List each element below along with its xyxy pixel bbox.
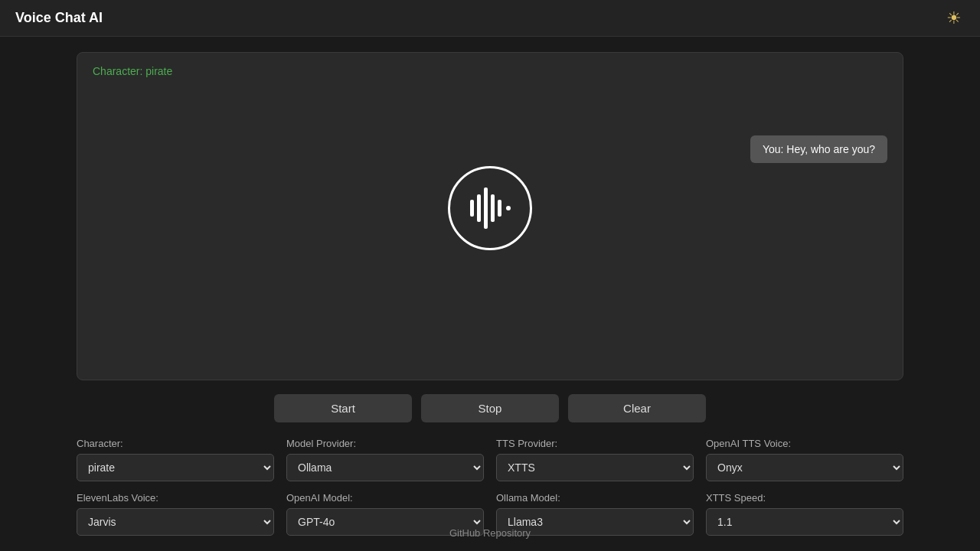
tts-provider-label-text: TTS Provider: xyxy=(496,438,694,449)
character-setting: Character: pirate assistant robot xyxy=(77,438,274,481)
github-link[interactable]: GitHub Repository xyxy=(449,527,531,539)
clear-button[interactable]: Clear xyxy=(568,394,706,422)
openai-model-label-text: OpenAI Model: xyxy=(286,492,484,504)
user-message: You: Hey, who are you? xyxy=(750,135,887,163)
bar-2 xyxy=(477,194,481,222)
tts-provider-setting: TTS Provider: XTTS ElevenLabs OpenAI xyxy=(496,438,694,481)
buttons-row: Start Stop Clear xyxy=(77,394,903,422)
tts-provider-select[interactable]: XTTS ElevenLabs OpenAI xyxy=(496,454,694,481)
start-button[interactable]: Start xyxy=(274,394,412,422)
ollama-model-label-text: Ollama Model: xyxy=(496,492,694,504)
openai-tts-voice-select[interactable]: Onyx Alloy Echo Fable Nova Shimmer xyxy=(706,454,903,481)
bar-3 xyxy=(484,187,488,229)
elevenlabs-voice-setting: ElevenLabs Voice: Jarvis Rachel Domi Bel… xyxy=(77,492,274,536)
title-bar: Voice Chat AI ☀ xyxy=(0,0,980,37)
elevenlabs-voice-select[interactable]: Jarvis Rachel Domi Bella xyxy=(77,508,274,536)
openai-tts-voice-label-text: OpenAI TTS Voice: xyxy=(706,438,903,449)
xtts-speed-setting: XTTS Speed: 0.5 0.75 1.0 1.1 1.25 1.5 2.… xyxy=(706,492,903,536)
app-title: Voice Chat AI xyxy=(15,10,103,26)
openai-tts-voice-setting: OpenAI TTS Voice: Onyx Alloy Echo Fable … xyxy=(706,438,903,481)
audio-visualizer xyxy=(448,166,532,250)
xtts-speed-label-text: XTTS Speed: xyxy=(706,492,903,504)
visualizer-circle xyxy=(448,166,532,250)
elevenlabs-voice-label-text: ElevenLabs Voice: xyxy=(77,492,274,504)
model-provider-label-text: Model Provider: xyxy=(286,438,484,449)
bar-5 xyxy=(498,200,501,217)
chat-area: Character: pirate You: Hey, who are you? xyxy=(77,52,903,380)
character-select[interactable]: pirate assistant robot xyxy=(77,454,274,481)
bar-1 xyxy=(470,200,474,217)
model-provider-select[interactable]: Ollama OpenAI Anthropic xyxy=(286,454,484,481)
model-provider-setting: Model Provider: Ollama OpenAI Anthropic xyxy=(286,438,484,481)
main-content: Character: pirate You: Hey, who are you?… xyxy=(0,37,980,551)
stop-button[interactable]: Stop xyxy=(421,394,559,422)
theme-toggle-icon[interactable]: ☀ xyxy=(943,8,965,29)
bar-4 xyxy=(491,194,495,222)
settings-row-1: Character: pirate assistant robot Model … xyxy=(77,438,903,481)
visualizer-bars xyxy=(470,187,511,229)
xtts-speed-select[interactable]: 0.5 0.75 1.0 1.1 1.25 1.5 2.0 xyxy=(706,508,903,536)
character-label-text: Character: xyxy=(77,438,274,449)
character-label: Character: pirate xyxy=(93,65,172,77)
visualizer-dot xyxy=(506,206,511,210)
